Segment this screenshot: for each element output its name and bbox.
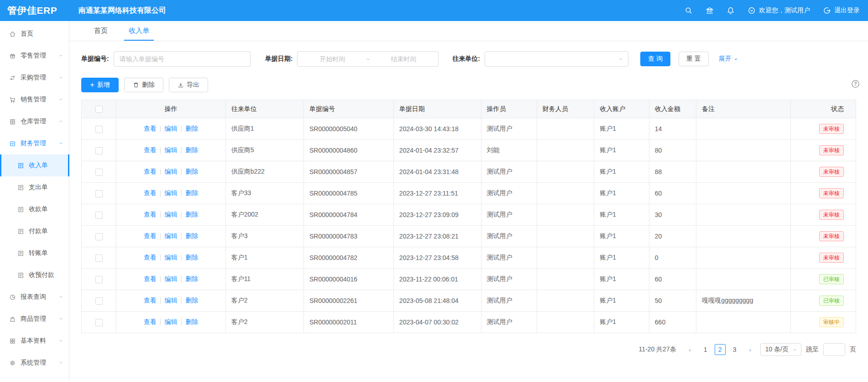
row-checkbox[interactable]: [95, 319, 103, 326]
row-checkbox[interactable]: [95, 169, 103, 176]
row-action-编辑[interactable]: 编辑: [164, 146, 177, 154]
sidebar-item-销售管理[interactable]: 销售管理: [0, 89, 69, 111]
row-checkbox[interactable]: [95, 190, 103, 197]
tab-首页[interactable]: 首页: [89, 21, 112, 41]
page-button-3[interactable]: 3: [729, 344, 740, 355]
sidebar-item-系统管理[interactable]: 系统管理: [0, 352, 69, 374]
row-action-删除[interactable]: 删除: [185, 254, 198, 261]
delete-button[interactable]: 删除: [124, 78, 163, 92]
sidebar-item-支出单[interactable]: 支出单: [0, 176, 69, 198]
cell-status: 未审核: [791, 161, 856, 183]
partner-select[interactable]: [485, 51, 628, 67]
row-action-删除[interactable]: 删除: [185, 232, 198, 239]
row-checkbox[interactable]: [95, 297, 103, 305]
row-action-查看[interactable]: 查看: [144, 168, 157, 175]
sidebar-item-仓库管理[interactable]: 仓库管理: [0, 111, 69, 133]
page-button-1[interactable]: 1: [700, 344, 711, 355]
cell-finance-staff: [537, 118, 594, 140]
row-action-编辑[interactable]: 编辑: [164, 125, 177, 132]
row-action-编辑[interactable]: 编辑: [164, 254, 177, 261]
cell-income-amount: 14: [649, 118, 696, 140]
cell-partner: 客户33: [225, 183, 303, 204]
gift-icon: [9, 53, 16, 59]
sidebar-item-label: 付款单: [29, 227, 48, 235]
tab-收入单[interactable]: 收入单: [124, 21, 154, 41]
row-action-查看[interactable]: 查看: [144, 125, 157, 132]
export-button[interactable]: 导出: [169, 78, 208, 92]
sidebar-item-转账单[interactable]: 转账单: [0, 242, 69, 264]
row-action-查看[interactable]: 查看: [144, 232, 157, 239]
cell-doc-date: 2023-12-27 23:11:51: [393, 183, 481, 204]
next-page-button[interactable]: ›: [745, 344, 756, 355]
row-action-查看[interactable]: 查看: [144, 297, 157, 304]
reset-button[interactable]: 重 置: [679, 52, 709, 66]
logout-button[interactable]: 退出登录: [823, 6, 860, 15]
row-action-查看[interactable]: 查看: [144, 254, 157, 261]
date-end-input[interactable]: [372, 55, 434, 63]
welcome-user[interactable]: 欢迎您，测试用户: [748, 6, 810, 15]
row-action-查看[interactable]: 查看: [144, 146, 157, 154]
select-all-checkbox[interactable]: [95, 106, 103, 113]
row-action-删除[interactable]: 删除: [185, 297, 198, 304]
bell-icon[interactable]: [727, 6, 735, 15]
sidebar-menu: 首页零售管理采购管理销售管理仓库管理财务管理收入单支出单收款单付款单转账单收预付…: [0, 21, 69, 382]
row-action-编辑[interactable]: 编辑: [164, 189, 177, 196]
row-checkbox[interactable]: [95, 255, 103, 262]
cell-operator: 测试用户: [481, 118, 537, 140]
row-action-删除[interactable]: 删除: [185, 125, 198, 132]
sidebar-item-收入单[interactable]: 收入单: [0, 154, 69, 176]
row-checkbox[interactable]: [95, 126, 103, 133]
row-action-查看[interactable]: 查看: [144, 211, 157, 218]
date-range-picker[interactable]: ~: [297, 51, 439, 67]
doc-no-input[interactable]: [114, 51, 251, 67]
cell-remark: 嘎嘎嘎ggggggggg: [696, 290, 791, 312]
page-size-select[interactable]: 10 条/页: [760, 343, 801, 356]
row-action-删除[interactable]: 删除: [185, 189, 198, 196]
row-action-删除[interactable]: 删除: [185, 146, 198, 154]
add-label: 新增: [97, 81, 110, 89]
row-action-查看[interactable]: 查看: [144, 318, 157, 325]
row-action-删除[interactable]: 删除: [185, 168, 198, 175]
cell-status: 未审核: [791, 183, 856, 204]
search-button[interactable]: 查 询: [640, 52, 670, 66]
row-action-编辑[interactable]: 编辑: [164, 275, 177, 282]
sidebar-item-采购管理[interactable]: 采购管理: [0, 67, 69, 89]
date-start-input[interactable]: [301, 55, 363, 63]
sidebar-item-付款单[interactable]: 付款单: [0, 220, 69, 242]
column-header-财务人员: 财务人员: [537, 100, 594, 118]
row-action-查看[interactable]: 查看: [144, 275, 157, 282]
search-icon[interactable]: [685, 6, 693, 15]
chevron-down-icon: [58, 315, 63, 323]
page-button-2[interactable]: 2: [715, 344, 726, 355]
sidebar-item-报表查询[interactable]: 报表查询: [0, 286, 69, 308]
row-checkbox[interactable]: [95, 212, 103, 219]
sidebar-item-财务管理[interactable]: 财务管理: [0, 133, 69, 154]
row-checkbox[interactable]: [95, 233, 103, 240]
jump-page-input[interactable]: [823, 343, 845, 356]
row-action-编辑[interactable]: 编辑: [164, 168, 177, 175]
prev-page-button[interactable]: ‹: [685, 344, 695, 355]
cell-partner: 客户3: [225, 226, 303, 247]
sidebar-item-首页[interactable]: 首页: [0, 23, 69, 45]
add-button[interactable]: + 新增: [81, 78, 119, 92]
row-select-cell: [82, 269, 116, 290]
row-checkbox[interactable]: [95, 276, 103, 283]
sidebar-item-收预付款[interactable]: 收预付款: [0, 264, 69, 286]
row-action-删除[interactable]: 删除: [185, 318, 198, 325]
sidebar-item-收款单[interactable]: 收款单: [0, 198, 69, 220]
row-action-删除[interactable]: 删除: [185, 275, 198, 282]
sidebar-item-基本资料[interactable]: 基本资料: [0, 330, 69, 352]
sidebar-item-零售管理[interactable]: 零售管理: [0, 45, 69, 67]
row-action-编辑[interactable]: 编辑: [164, 211, 177, 218]
help-icon[interactable]: ?: [851, 80, 860, 90]
row-action-删除[interactable]: 删除: [185, 211, 198, 218]
row-action-编辑[interactable]: 编辑: [164, 297, 177, 304]
cell-status: 审核中: [791, 312, 856, 333]
sidebar-item-商品管理[interactable]: 商品管理: [0, 308, 69, 330]
row-action-编辑[interactable]: 编辑: [164, 318, 177, 325]
row-checkbox[interactable]: [95, 147, 103, 154]
row-action-编辑[interactable]: 编辑: [164, 232, 177, 239]
bank-icon[interactable]: [706, 6, 714, 15]
expand-link[interactable]: 展开: [719, 55, 738, 63]
row-action-查看[interactable]: 查看: [144, 189, 157, 196]
